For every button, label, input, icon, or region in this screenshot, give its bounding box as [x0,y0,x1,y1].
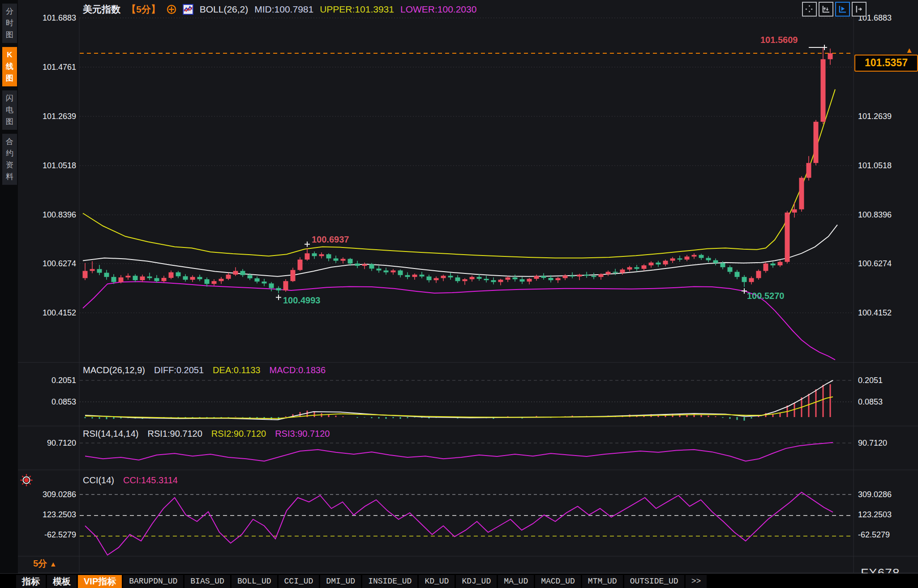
rsi-panel-header: RSI(14,14,14) RSI1:90.7120 RSI2:90.7120 … [83,429,330,439]
indicator-tab-dmi_ud[interactable]: DMI_UD [320,575,361,588]
indicator-tab-macd_ud[interactable]: MACD_UD [535,575,581,588]
right-axis-tick: 101.0518 [858,161,918,170]
boll-upper-band [83,89,835,258]
rsi-line [85,443,833,461]
cci-name: CCI(14) [83,475,114,486]
macd-name: MACD(26,12,9) [83,365,145,375]
rsi1-value: RSI1:90.7120 [148,429,202,439]
rsi-name: RSI(14,14,14) [83,429,139,439]
indicator-tab-kdj_ud[interactable]: KDJ_UD [456,575,497,588]
left-axis-tick: 101.0518 [16,161,76,170]
hot-point-icon[interactable] [20,473,33,489]
pan-crosshair-icon[interactable] [802,2,817,17]
macd-macd-value: MACD:0.1836 [269,365,326,375]
chart-header: 美元指数 【5分】 BOLL(26,2) MID:100.7981 UPPER:… [83,3,476,16]
left-axis-tick: 90.7120 [16,438,76,448]
interval-up-arrow-icon: ▲ [50,560,57,568]
left-axis-tick: 123.2503 [16,510,76,520]
shift-right-icon[interactable] [852,2,867,17]
right-axis-tick: 0.2051 [858,375,918,385]
indicator-tab-bias_ud[interactable]: BIAS_UD [184,575,230,588]
sidebar-tab-4[interactable]: 合 约 资 料 [2,134,17,185]
rsi2-value: RSI2:90.7120 [211,429,266,439]
macd-diff-value: DIFF:0.2051 [154,365,204,375]
left-axis-tick: 0.0853 [16,397,76,407]
indicator-tab-kd_ud[interactable]: KD_UD [419,575,455,588]
extreme-markers [276,45,827,300]
view-toolbar [802,2,867,17]
boll-lower-value: LOWER:100.2030 [400,4,476,15]
right-axis-tick: 90.7120 [858,438,918,448]
left-axis-tick: 101.2639 [16,111,76,121]
indicator-tab-mtm_ud[interactable]: MTM_UD [582,575,623,588]
price-annotation: 101.5609 [760,35,798,45]
boll-upper-value: UPPER:101.3931 [320,4,394,15]
boll-lower-band [83,281,835,360]
cci-value: CCI:145.3114 [123,475,178,486]
macd-dea-value: DEA:0.1133 [213,365,260,375]
indicator-tab-cci_ud[interactable]: CCI_UD [279,575,319,588]
left-axis-tick: 309.0286 [16,490,76,499]
right-axis-tick: 100.4152 [858,308,918,318]
boll-indicator-label: BOLL(26,2) [200,4,249,15]
sidebar-tab-1[interactable]: 分 时 图 [2,4,17,43]
indicator-tab-barupdn_ud[interactable]: BARUPDN_UD [123,575,183,588]
indicator-tab-boll_ud[interactable]: BOLL_UD [232,575,277,588]
left-axis-tick: 0.2051 [16,375,76,385]
right-axis-tick: 101.2639 [858,111,918,121]
rsi3-value: RSI3:90.7120 [275,429,330,439]
indicator-chart-icon[interactable] [183,4,193,15]
macd-panel-header: MACD(26,12,9) DIFF:0.2051 DEA:0.1133 MAC… [83,365,326,375]
price-annotation: 100.5270 [747,291,784,301]
indicator-tab-bar: 指标模板VIP指标BARUPDN_UDBIAS_UDBOLL_UDCCI_UDD… [0,573,918,588]
macd-panel [85,380,833,421]
cci-panel-header: CCI(14) CCI:145.3114 [83,475,178,486]
boll-mid-value: MID:100.7981 [254,4,313,15]
auto-scroll-icon[interactable] [835,2,850,17]
right-axis-tick: 100.8396 [858,210,918,220]
price-up-arrow-icon: ▲ [905,47,913,54]
price-annotation: 100.4993 [283,295,320,306]
left-axis-tick: 100.8396 [16,210,76,220]
right-axis-tick: 309.0286 [858,490,918,499]
left-sidebar: 分 时 图K 线 图闪 电 图合 约 资 料 [0,0,18,573]
left-axis-tick: 101.4761 [16,62,76,72]
sidebar-tab-3[interactable]: 闪 电 图 [2,90,17,130]
indicator-tab-vip[interactable]: VIP指标 [78,575,122,588]
boll-mid-band [83,225,837,276]
left-axis-tick: 101.6883 [16,13,76,23]
right-axis-tick: 101.6883 [858,13,918,23]
right-axis-tick: 123.2503 [858,510,918,520]
cci-line [85,492,833,555]
left-axis-tick: 100.4152 [16,308,76,318]
interval-label[interactable]: 5分 ▲ [33,558,57,570]
right-axis-tick: 100.6274 [858,259,918,268]
left-axis-tick: 100.6274 [16,259,76,268]
sidebar-tab-2[interactable]: K 线 图 [2,47,17,86]
right-axis-tick: 0.0853 [858,397,918,407]
last-price-box: 101.5357 [854,55,918,72]
trading-app-window: 分 时 图K 线 图闪 电 图合 约 资 料 美元指数 【5分】 BOLL(26… [0,0,918,588]
left-axis-tick: -62.5279 [16,530,76,540]
axis-range-icon[interactable] [819,2,833,17]
right-axis-tick: -62.5279 [858,530,918,540]
candlestick-series [83,47,833,293]
indicator-tab-[interactable]: 模板 [47,575,77,588]
period-label: 【5分】 [127,3,160,16]
indicator-tab-outside_ud[interactable]: OUTSIDE_UD [624,575,684,588]
indicator-tab-inside_ud[interactable]: INSIDE_UD [362,575,417,588]
symbol-title: 美元指数 [83,3,120,16]
price-annotation: 100.6937 [312,234,349,245]
indicator-tab-[interactable]: 指标 [16,575,46,588]
indicator-tab-ma_ud[interactable]: MA_UD [498,575,534,588]
circle-plus-icon[interactable] [167,4,176,14]
indicator-tab-[interactable]: >> [686,575,707,588]
